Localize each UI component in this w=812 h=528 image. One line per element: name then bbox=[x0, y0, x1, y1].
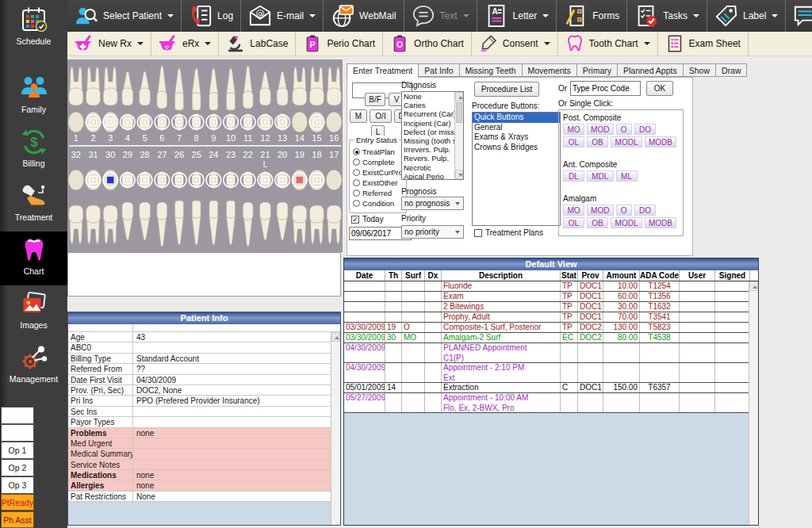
patient-info-row[interactable]: Date First Visit04/30/2009 bbox=[68, 375, 340, 385]
toolbar-tasks-button[interactable]: Tasks bbox=[627, 0, 707, 32]
prognosis-dropdown[interactable]: no prognosis bbox=[401, 197, 464, 210]
entry-status-radio-condition[interactable]: Condition bbox=[353, 198, 406, 209]
surface-button-o-i[interactable]: O/I bbox=[370, 109, 392, 123]
chart-toolbar-exam-sheet-button[interactable]: Exam Sheet bbox=[658, 32, 749, 55]
column-header-user[interactable]: User bbox=[680, 270, 715, 281]
patient-info-row[interactable]: Problemsnone bbox=[68, 428, 340, 438]
quick-button-post-composite-ol[interactable]: OL bbox=[563, 136, 584, 147]
diagnosis-option-missing-tooth-s[interactable]: Missing (tooth s bbox=[402, 136, 454, 145]
chart-toolbar-perio-chart-button[interactable]: PPerio Chart bbox=[296, 32, 383, 55]
patient-info-row[interactable]: Age43 bbox=[68, 332, 340, 342]
table-row[interactable]: 03/30/200919OComposite-1 Surf, Posterior… bbox=[344, 323, 758, 333]
tab-pat-info[interactable]: Pat Info bbox=[419, 63, 459, 77]
today-checkbox-box[interactable]: ✓ bbox=[351, 216, 359, 224]
column-header-description[interactable]: Description bbox=[442, 270, 561, 281]
quick-button-post-composite-modb[interactable]: MODB bbox=[645, 136, 676, 147]
scroll-thumb[interactable] bbox=[456, 102, 462, 123]
entry-status-radio-treatplan[interactable]: TreatPlan bbox=[353, 147, 406, 157]
procedure-list-button[interactable]: Procedure List bbox=[474, 82, 539, 97]
sidebar-item-family[interactable]: Family bbox=[0, 70, 67, 124]
patient-info-row[interactable]: Medical Summary bbox=[68, 449, 340, 459]
today-checkbox[interactable]: ✓ Today bbox=[351, 215, 384, 224]
table-row[interactable]: 05/27/2009Appointment - 10:00 AMFlo, Ex,… bbox=[344, 393, 758, 413]
toolbar-text-button[interactable]: Text bbox=[404, 0, 477, 32]
patient-info-row[interactable]: Prov. (Pri, Sec)DOC2, None bbox=[68, 385, 340, 396]
chart-toolbar-consent-button[interactable]: Consent bbox=[472, 32, 558, 55]
scroll-up-icon[interactable] bbox=[455, 92, 463, 101]
quick-button-post-composite-mod[interactable]: MOD bbox=[587, 124, 614, 135]
tab-primary[interactable]: Primary bbox=[577, 63, 618, 77]
procedure-category-exams-xrays[interactable]: Exams & Xrays bbox=[473, 132, 560, 143]
chevron-down-icon[interactable] bbox=[644, 42, 650, 45]
entry-status-radio-referred[interactable]: Referred bbox=[353, 188, 406, 198]
status-button-ph-asst[interactable]: Ph Asst bbox=[1, 511, 34, 528]
operatory-button-op-3[interactable]: Op 3 bbox=[1, 476, 34, 494]
chevron-down-icon[interactable] bbox=[137, 42, 144, 45]
chart-toolbar-tooth-chart-button[interactable]: Tooth Chart bbox=[558, 32, 658, 55]
quick-button-post-composite-o[interactable]: O bbox=[616, 124, 633, 135]
diagnosis-option-irrevers-pulp[interactable]: Irrevers. Pulp. bbox=[402, 145, 454, 154]
patient-info-scrollbar[interactable] bbox=[331, 332, 340, 525]
toolbar-log-button[interactable]: Log bbox=[182, 0, 241, 32]
chart-toolbar-erx-button[interactable]: eRx bbox=[151, 32, 219, 55]
toolbar-popups-button[interactable]: Popups bbox=[786, 0, 812, 32]
procedure-category-general[interactable]: General bbox=[473, 123, 560, 133]
patient-info-row[interactable]: Med Urgent bbox=[68, 438, 340, 449]
radio-icon[interactable] bbox=[353, 189, 360, 197]
chevron-down-icon[interactable] bbox=[309, 14, 316, 17]
scroll-up-icon[interactable] bbox=[749, 281, 758, 291]
radio-icon[interactable] bbox=[353, 169, 360, 176]
quick-button-post-composite-do[interactable]: DO bbox=[634, 124, 656, 135]
operatory-button-empty[interactable] bbox=[1, 424, 34, 442]
entry-status-radio-existcurprov[interactable]: ExistCurProv bbox=[353, 167, 406, 178]
patient-info-row[interactable]: Pri InsPPO (Prefered Provider Insurance) bbox=[68, 396, 340, 406]
scroll-up-icon[interactable] bbox=[331, 332, 340, 342]
tab-show[interactable]: Show bbox=[684, 63, 716, 77]
sidebar-item-schedule[interactable]: Schedule bbox=[0, 0, 67, 57]
tab-enter-treatment[interactable]: Enter Treatment bbox=[347, 63, 419, 78]
quick-button-amalgam-modl[interactable]: MODL bbox=[611, 217, 642, 228]
toolbar-letter-button[interactable]: ALetter bbox=[477, 0, 557, 32]
procedure-buttons-listbox[interactable]: Quick ButtonsGeneralExams & XraysCrowns … bbox=[472, 112, 561, 226]
radio-icon[interactable] bbox=[353, 179, 360, 186]
chart-toolbar-labcase-button[interactable]: LabCase bbox=[219, 32, 296, 55]
radio-icon[interactable] bbox=[353, 148, 360, 155]
column-header-amount[interactable]: Amount bbox=[603, 270, 640, 281]
table-row[interactable]: Prophy, AdultTPDOC170.00T3541 bbox=[344, 312, 758, 323]
column-header-ada-code[interactable]: ADA Code bbox=[640, 270, 680, 281]
column-header-stat[interactable]: Stat bbox=[561, 270, 578, 281]
scroll-down-icon[interactable] bbox=[455, 170, 463, 179]
toolbar-select-patient-button[interactable]: Select Patient bbox=[67, 0, 182, 32]
patient-info-row[interactable]: Pat RestrictionsNone bbox=[68, 492, 340, 502]
quick-button-amalgam-do[interactable]: DO bbox=[634, 205, 656, 216]
tab-missing-teeth[interactable]: Missing Teeth bbox=[460, 63, 523, 77]
toolbar-webmail-button[interactable]: WebMail bbox=[324, 0, 404, 32]
patient-info-row[interactable]: Referred From?? bbox=[68, 364, 340, 374]
chevron-down-icon[interactable] bbox=[463, 14, 469, 17]
tooth-chart-graphic[interactable]: 1322313304295286277268259241023112212211… bbox=[67, 59, 343, 252]
quick-button-amalgam-ol[interactable]: OL bbox=[563, 217, 584, 228]
procedure-category-crowns-bridges[interactable]: Crowns & Bridges bbox=[473, 143, 560, 153]
toolbar-e-mail-button[interactable]: @E-mail bbox=[241, 0, 324, 32]
sidebar-item-management[interactable]: Management bbox=[0, 339, 67, 393]
tooth-chart-svg[interactable]: 1322313304295286277268259241023112212211… bbox=[67, 59, 343, 252]
table-row[interactable]: ExamTPDOC160.00T1356 bbox=[344, 292, 758, 302]
treatment-plans-checkbox-box[interactable] bbox=[474, 229, 482, 237]
chevron-down-icon[interactable] bbox=[772, 14, 778, 17]
entry-status-radio-existother[interactable]: ExistOther bbox=[353, 178, 406, 188]
treatment-plans-checkbox[interactable]: Treatment Plans bbox=[474, 228, 543, 237]
quick-button-post-composite-modl[interactable]: MODL bbox=[611, 136, 642, 147]
chart-notes-box[interactable] bbox=[67, 252, 341, 297]
table-row[interactable]: 04/30/2009Appointment - 2:10 PMExt bbox=[344, 363, 758, 383]
patient-info-row[interactable]: Billing TypeStandard Account bbox=[68, 354, 340, 364]
diagnosis-option-necrotic[interactable]: Necrotic bbox=[402, 163, 454, 172]
operatory-button-empty[interactable] bbox=[1, 407, 34, 424]
tab-movements[interactable]: Movements bbox=[523, 63, 577, 77]
diagnosis-option-recurrent-car[interactable]: Recurrent (Car) bbox=[402, 109, 454, 118]
toolbar-label-button[interactable]: Label bbox=[707, 0, 786, 32]
chart-toolbar-new-rx-button[interactable]: New Rx bbox=[67, 32, 151, 55]
column-header-dx[interactable]: Dx bbox=[425, 270, 442, 281]
radio-icon[interactable] bbox=[353, 159, 360, 166]
entry-status-radio-complete[interactable]: Complete bbox=[353, 157, 406, 167]
chart-toolbar-ortho-chart-button[interactable]: OOrtho Chart bbox=[383, 32, 472, 55]
